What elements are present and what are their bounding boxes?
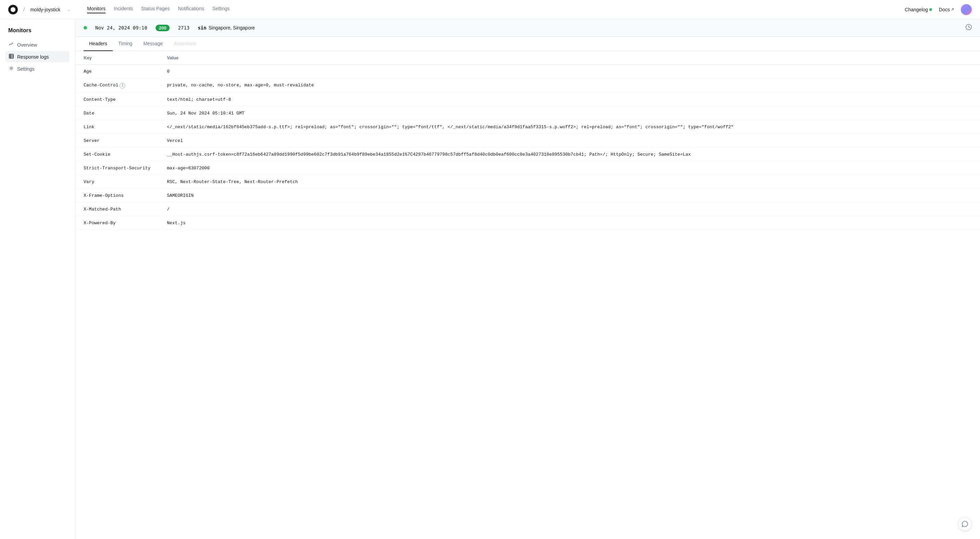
header-value: RSC, Next-Router-State-Tree, Next-Router… <box>159 175 980 188</box>
col-value: Value <box>159 51 980 65</box>
sidebar-item-settings[interactable]: Settings <box>5 63 70 74</box>
gear-icon <box>9 66 14 72</box>
breadcrumb-sep: / <box>23 6 25 13</box>
sidebar-title: Monitors <box>5 27 70 33</box>
headers-table: Key Value Age0Cache-Controliprivate, no-… <box>75 51 980 230</box>
status-dot <box>84 26 87 29</box>
changelog-button[interactable]: Changelog <box>905 7 932 12</box>
top-nav: / moldy-joystick ⌄ Monitors Incidents St… <box>0 0 980 19</box>
header-key: Cache-Controli <box>75 78 159 93</box>
sidebar-item-overview-label: Overview <box>17 42 37 48</box>
table-row: Strict-Transport-Securitymax-age=6307200… <box>75 161 980 175</box>
header-key: Vary <box>75 175 159 188</box>
header-value: text/html; charset=utf-8 <box>159 92 980 106</box>
header-key: Link <box>75 120 159 134</box>
sidebar: Monitors Overview Response logs <box>0 19 75 539</box>
header-value: private, no-cache, no-store, max-age=0, … <box>159 78 980 93</box>
changelog-dot <box>929 8 932 11</box>
nav-status-pages[interactable]: Status Pages <box>141 6 170 13</box>
header-key: X-Powered-By <box>75 216 159 230</box>
logo <box>8 5 18 14</box>
header-key: X-Matched-Path <box>75 202 159 216</box>
header-value: Sun, 24 Nov 2024 05:10:41 GMT <box>159 106 980 120</box>
tab-message[interactable]: Message <box>138 37 168 51</box>
sidebar-item-settings-label: Settings <box>17 66 35 72</box>
nav-settings[interactable]: Settings <box>212 6 230 13</box>
nav-links: Monitors Incidents Status Pages Notifica… <box>87 6 229 13</box>
docs-label: Docs <box>939 7 950 12</box>
table-icon <box>9 54 14 60</box>
header-key: Strict-Transport-Security <box>75 161 159 175</box>
content-area: Nov 24, 2024 09:10 200 2713 sin Singapor… <box>75 19 980 539</box>
external-link-icon: ↗ <box>951 7 954 12</box>
tabs: Headers Timing Message Assertions <box>75 37 980 51</box>
table-row: Cache-Controliprivate, no-cache, no-stor… <box>75 78 980 93</box>
nav-right: Changelog Docs ↗ <box>905 4 972 15</box>
header-value: SAMEORIGIN <box>159 188 980 202</box>
sidebar-item-response-logs-label: Response logs <box>17 54 49 60</box>
svg-point-4 <box>11 67 12 69</box>
project-chevron-icon[interactable]: ⌄ <box>67 7 71 12</box>
header-value: 0 <box>159 65 980 78</box>
table-row: Set-Cookie__Host-authjs.csrf-token=c8f72… <box>75 147 980 161</box>
header-key: X-Frame-Options <box>75 188 159 202</box>
tab-timing[interactable]: Timing <box>113 37 138 51</box>
table-row: Link</_next/static/media/162bf645eb375ad… <box>75 120 980 134</box>
docs-button[interactable]: Docs ↗ <box>939 7 954 12</box>
info-icon[interactable]: i <box>119 83 125 88</box>
table-row: DateSun, 24 Nov 2024 05:10:41 GMT <box>75 106 980 120</box>
nav-notifications[interactable]: Notifications <box>178 6 204 13</box>
header-key: Age <box>75 65 159 78</box>
main-layout: Monitors Overview Response logs <box>0 19 980 539</box>
header-key: Server <box>75 134 159 147</box>
clock-icon[interactable] <box>966 24 972 32</box>
logo-inner <box>11 7 16 12</box>
tab-headers[interactable]: Headers <box>84 37 113 51</box>
header-value: Vercel <box>159 134 980 147</box>
log-region: sin Singapore, Singapore <box>198 25 255 30</box>
table-row: X-Matched-Path/ <box>75 202 980 216</box>
nav-monitors[interactable]: Monitors <box>87 6 105 13</box>
chart-icon <box>9 42 14 48</box>
table-row: X-Frame-OptionsSAMEORIGIN <box>75 188 980 202</box>
col-key: Key <box>75 51 159 65</box>
region-code: sin <box>198 25 206 30</box>
changelog-label: Changelog <box>905 7 928 12</box>
table-row: ServerVercel <box>75 134 980 147</box>
header-value: </_next/static/media/162bf645eb375add-s.… <box>159 120 980 134</box>
chat-bubble-button[interactable] <box>958 517 972 531</box>
header-key: Content-Type <box>75 92 159 106</box>
svg-rect-0 <box>9 54 13 58</box>
header-value: Next.js <box>159 216 980 230</box>
sidebar-item-response-logs[interactable]: Response logs <box>5 51 70 62</box>
tab-assertions: Assertions <box>168 37 202 51</box>
table-row: X-Powered-ByNext.js <box>75 216 980 230</box>
region-name: Singapore, Singapore <box>208 25 255 30</box>
header-value: __Host-authjs.csrf-token=c8f72a16eb6427a… <box>159 147 980 161</box>
log-id: 2713 <box>178 25 189 30</box>
table-row: Content-Typetext/html; charset=utf-8 <box>75 92 980 106</box>
log-entry-header: Nov 24, 2024 09:10 200 2713 sin Singapor… <box>75 19 980 37</box>
sidebar-item-overview[interactable]: Overview <box>5 39 70 50</box>
log-timestamp: Nov 24, 2024 09:10 <box>95 25 147 30</box>
avatar[interactable] <box>961 4 972 15</box>
table-row: VaryRSC, Next-Router-State-Tree, Next-Ro… <box>75 175 980 188</box>
header-value: max-age=63072000 <box>159 161 980 175</box>
header-key: Date <box>75 106 159 120</box>
header-value: / <box>159 202 980 216</box>
status-code-badge: 200 <box>156 25 170 31</box>
nav-incidents[interactable]: Incidents <box>114 6 133 13</box>
project-name: moldy-joystick <box>30 7 60 12</box>
table-row: Age0 <box>75 65 980 78</box>
header-key: Set-Cookie <box>75 147 159 161</box>
